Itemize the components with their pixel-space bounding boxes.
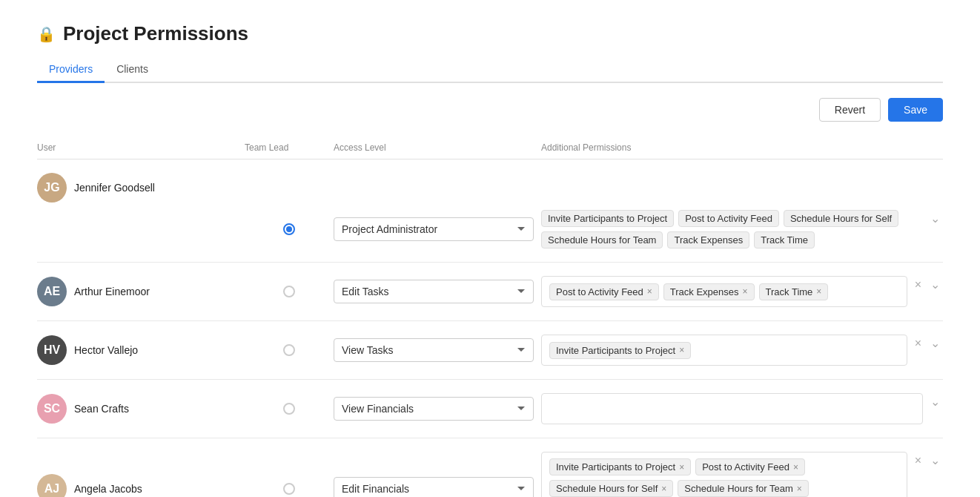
user-row-top: SC Sean Crafts Project AdministratorEdit…: [37, 393, 943, 424]
permission-tag: Schedule Hours for Team: [541, 231, 663, 249]
permissions-col: Invite Participants to Project ×Post to …: [541, 452, 943, 497]
remove-permission-icon[interactable]: ×: [661, 484, 666, 493]
access-level-col: Project AdministratorEdit TasksView Task…: [334, 280, 541, 303]
permission-tag: Schedule Hours for Self ×: [549, 480, 673, 497]
avatar: AE: [37, 277, 67, 306]
remove-permission-icon[interactable]: ×: [797, 484, 802, 493]
avatar: JG: [37, 173, 67, 203]
user-row-top: JG Jennifer Goodsell: [37, 173, 943, 203]
access-level-select[interactable]: Project AdministratorEdit TasksView Task…: [334, 477, 534, 498]
col-user: User: [37, 142, 245, 153]
team-lead-col: [245, 223, 334, 235]
permission-tag: Post to Activity Feed: [678, 210, 779, 227]
permission-tag: Invite Participants to Project ×: [549, 458, 691, 475]
team-lead-radio[interactable]: [283, 223, 295, 235]
team-lead-radio[interactable]: [283, 286, 295, 297]
remove-permission-icon[interactable]: ×: [743, 287, 748, 296]
access-level-select[interactable]: Project AdministratorEdit TasksView Task…: [334, 280, 534, 303]
chevron-down-icon[interactable]: ⌄: [927, 335, 943, 352]
perm-actions: × ⌄: [907, 452, 943, 469]
page-header: 🔒 Project Permissions: [37, 22, 943, 45]
user-name: Jennifer Goodsell: [74, 182, 155, 194]
toolbar: Revert Save: [37, 98, 943, 122]
access-level-col: Project AdministratorEdit TasksView Task…: [334, 338, 541, 362]
col-access-level: Access Level: [334, 142, 541, 153]
tabs-container: Providers Clients: [37, 57, 943, 83]
remove-permission-icon[interactable]: ×: [816, 287, 821, 296]
permission-tag: Track Expenses ×: [663, 283, 755, 300]
user-name: Hector Vallejo: [74, 344, 138, 356]
tab-clients[interactable]: Clients: [105, 57, 160, 83]
table-row: SC Sean Crafts Project AdministratorEdit…: [37, 380, 943, 438]
user-row-top: AJ Angela Jacobs Project AdministratorEd…: [37, 452, 943, 497]
chevron-down-icon[interactable]: ⌄: [927, 452, 943, 469]
perm-actions: ⌄: [923, 393, 943, 410]
team-lead-col: [245, 483, 334, 495]
avatar: AJ: [37, 474, 67, 498]
permission-tag: Post to Activity Feed ×: [695, 458, 805, 475]
save-button[interactable]: Save: [888, 98, 943, 122]
user-rows: JG Jennifer Goodsell Project Administrat…: [37, 159, 943, 497]
user-row-top: HV Hector Vallejo Project AdministratorE…: [37, 335, 943, 366]
user-row-top: AE Arthur Einemoor Project Administrator…: [37, 276, 943, 307]
chevron-down-icon[interactable]: ⌄: [927, 210, 943, 227]
permissions-box[interactable]: Post to Activity Feed ×Track Expenses ×T…: [541, 276, 907, 307]
permissions-box[interactable]: [541, 393, 923, 424]
remove-permission-icon[interactable]: ×: [679, 463, 684, 472]
permissions-box[interactable]: Invite Participants to Project ×: [541, 335, 907, 366]
permission-tag: Schedule Hours for Self: [784, 210, 898, 227]
user-info: AJ Angela Jacobs: [37, 474, 245, 498]
revert-button[interactable]: Revert: [819, 98, 881, 122]
table-row: HV Hector Vallejo Project AdministratorE…: [37, 321, 943, 380]
permission-tag: Track Time: [754, 231, 815, 249]
access-level-select[interactable]: Project AdministratorEdit TasksView Task…: [334, 397, 534, 421]
access-level-select[interactable]: Project AdministratorEdit TasksView Task…: [334, 217, 534, 241]
team-lead-col: [245, 286, 334, 297]
team-lead-radio[interactable]: [283, 403, 295, 415]
permissions-box[interactable]: Invite Participants to Project ×Post to …: [541, 452, 907, 497]
team-lead-radio[interactable]: [283, 483, 295, 495]
access-level-col: Project AdministratorEdit TasksView Task…: [334, 397, 541, 421]
permissions-col: Post to Activity Feed ×Track Expenses ×T…: [541, 276, 943, 307]
remove-permission-icon[interactable]: ×: [793, 463, 798, 472]
user-info: SC Sean Crafts: [37, 394, 245, 424]
user-info: AE Arthur Einemoor: [37, 277, 245, 306]
remove-permission-icon[interactable]: ×: [679, 346, 684, 355]
page-title: Project Permissions: [63, 22, 248, 45]
access-level-col: Project AdministratorEdit TasksView Task…: [334, 217, 541, 241]
remove-permission-icon[interactable]: ×: [647, 287, 652, 296]
user-info: HV Hector Vallejo: [37, 335, 245, 365]
permission-tag: Post to Activity Feed ×: [549, 283, 659, 300]
permission-tag: Invite Participants to Project: [541, 210, 674, 227]
clear-permissions-icon[interactable]: ×: [912, 453, 924, 468]
table-row: AJ Angela Jacobs Project AdministratorEd…: [37, 438, 943, 497]
user-name: Arthur Einemoor: [74, 286, 150, 297]
chevron-down-icon[interactable]: ⌄: [927, 276, 943, 293]
clear-permissions-icon[interactable]: ×: [912, 277, 924, 292]
user-name: Angela Jacobs: [74, 483, 142, 495]
permission-tag: Track Expenses: [667, 231, 749, 249]
access-level-col: Project AdministratorEdit TasksView Task…: [334, 477, 541, 498]
user-info: JG Jennifer Goodsell: [37, 173, 245, 203]
user-row-bottom: Project AdministratorEdit TasksView Task…: [37, 210, 943, 249]
table-row: AE Arthur Einemoor Project Administrator…: [37, 263, 943, 321]
avatar: HV: [37, 335, 67, 365]
chevron-down-icon[interactable]: ⌄: [927, 393, 943, 410]
clear-permissions-icon[interactable]: ×: [912, 336, 924, 351]
avatar: SC: [37, 394, 67, 424]
perm-actions: × ⌄: [907, 335, 943, 352]
access-level-select[interactable]: Project AdministratorEdit TasksView Task…: [334, 338, 534, 362]
permission-tag: Schedule Hours for Team ×: [678, 480, 808, 497]
permission-tag: Invite Participants to Project ×: [549, 342, 691, 359]
user-name: Sean Crafts: [74, 403, 129, 415]
permission-tag: Track Time ×: [759, 283, 829, 300]
tab-providers[interactable]: Providers: [37, 57, 105, 83]
col-team-lead: Team Lead: [245, 142, 334, 153]
team-lead-radio[interactable]: [283, 344, 295, 356]
table-header: User Team Lead Access Level Additional P…: [37, 136, 943, 159]
table-row: JG Jennifer Goodsell Project Administrat…: [37, 159, 943, 263]
perm-actions: × ⌄: [907, 276, 943, 293]
page-container: 🔒 Project Permissions Providers Clients …: [0, 0, 980, 497]
team-lead-col: [245, 344, 334, 356]
permissions-col: Invite Participants to Project × × ⌄: [541, 335, 943, 366]
